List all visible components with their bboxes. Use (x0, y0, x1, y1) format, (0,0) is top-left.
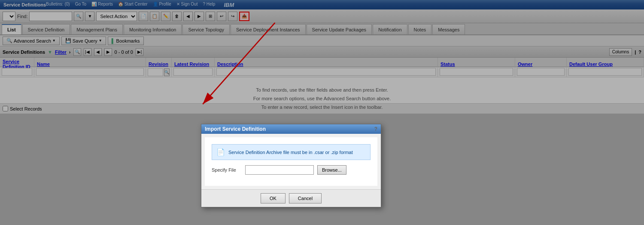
import-dialog: Import Service Definition ? 📄 Service De… (201, 124, 381, 207)
modal-help-icon[interactable]: ? (374, 126, 377, 132)
file-path-input[interactable] (245, 165, 314, 175)
modal-body: 📄 Service Definition Archive file must b… (205, 137, 377, 186)
info-icon: 📄 (216, 148, 225, 156)
info-banner: 📄 Service Definition Archive file must b… (212, 144, 371, 160)
ok-button[interactable]: OK (261, 193, 286, 203)
info-text: Service Definition Archive file must be … (228, 150, 353, 155)
modal-title-text: Import Service Definition (205, 126, 266, 132)
specify-file-label: Specify File (212, 167, 242, 173)
cancel-button[interactable]: Cancel (289, 193, 322, 203)
modal-title-bar: Import Service Definition ? (201, 124, 381, 134)
file-form-row: Specify File Browse... (212, 165, 371, 175)
browse-button[interactable]: Browse... (317, 165, 346, 175)
modal-footer: OK Cancel (201, 189, 381, 207)
